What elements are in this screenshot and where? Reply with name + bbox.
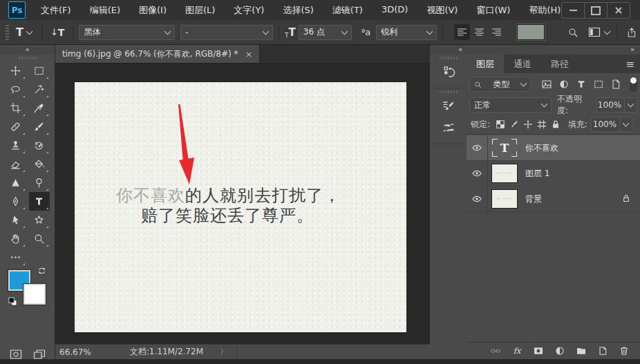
layer-row[interactable]: T你不喜欢 <box>467 135 640 161</box>
tool-lasso[interactable] <box>6 80 26 99</box>
tool-pen[interactable] <box>6 192 26 211</box>
panel-collapse-button[interactable]: » <box>467 45 640 55</box>
link-layers-button[interactable] <box>489 345 502 357</box>
tool-horizontal-type[interactable] <box>29 192 50 211</box>
text-color-swatch[interactable] <box>517 24 545 40</box>
menu-item[interactable]: 3D(D) <box>382 4 408 17</box>
options-grip-handle[interactable] <box>6 25 9 40</box>
tooldock-collapse-button[interactable]: « <box>0 45 55 55</box>
tool-preset-picker[interactable]: T <box>16 26 32 39</box>
align-right-button[interactable] <box>489 24 505 40</box>
panel-menu-icon[interactable]: ≡ <box>625 58 634 70</box>
lock-transparency-button[interactable] <box>493 117 507 131</box>
brush-settings-panel-button[interactable] <box>437 95 460 116</box>
tool-dodge[interactable] <box>29 173 50 192</box>
layer-visibility-toggle[interactable] <box>467 161 488 186</box>
menu-item[interactable]: 窗口(W) <box>476 4 510 17</box>
menu-item[interactable]: 文字(Y) <box>234 4 264 17</box>
tool-crop[interactable] <box>6 99 26 117</box>
tool-rectangular-marquee[interactable] <box>29 61 50 80</box>
text-orientation-button[interactable]: ↓ T <box>50 27 64 38</box>
menu-item[interactable]: 滤镜(T) <box>332 4 363 17</box>
layer-row[interactable]: ~···~图层 1 <box>467 161 640 186</box>
menu-item[interactable]: 编辑(E) <box>90 4 120 17</box>
tab-channels[interactable]: 通道 <box>504 55 541 73</box>
tool-eraser[interactable] <box>6 155 26 173</box>
menu-item[interactable]: 帮助(H) <box>529 4 561 17</box>
align-center-button[interactable] <box>471 24 487 40</box>
filter-smart-objects-button[interactable] <box>607 77 624 92</box>
maximize-button[interactable] <box>585 3 608 18</box>
anti-alias-select[interactable]: 锐利 <box>376 25 437 40</box>
default-colors-icon[interactable] <box>8 297 17 306</box>
canvas[interactable]: 你不喜欢的人就别去打扰了， 赔了笑脸还丢了尊严。 <box>55 63 430 345</box>
new-group-button[interactable] <box>575 345 587 357</box>
layer-filtering-toggle[interactable] <box>630 77 637 92</box>
tool-eyedropper[interactable] <box>29 99 50 117</box>
align-left-button[interactable] <box>454 24 470 40</box>
close-button[interactable] <box>608 3 630 18</box>
tool-spot-healing-brush[interactable] <box>6 117 26 136</box>
minimize-button[interactable] <box>562 3 585 18</box>
screen-mode-button[interactable] <box>33 349 46 360</box>
tooldock-grip[interactable] <box>19 57 37 59</box>
menu-item[interactable]: 图层(L) <box>185 4 215 17</box>
layer-visibility-toggle[interactable] <box>467 186 488 211</box>
minidock-collapse-button[interactable]: « <box>430 45 467 55</box>
tool-magic-wand[interactable] <box>29 80 50 99</box>
zoom-level-field[interactable]: 66.67% <box>59 347 91 357</box>
history-panel-button[interactable] <box>437 61 460 82</box>
new-adjustment-layer-button[interactable] <box>554 345 566 357</box>
workspace-switcher[interactable] <box>588 27 610 37</box>
tab-paths[interactable]: 路径 <box>541 55 578 73</box>
tool-custom-shape[interactable] <box>29 211 50 229</box>
brushes-panel-button[interactable] <box>437 117 460 138</box>
fill-field[interactable]: 100% <box>591 117 620 132</box>
menu-item[interactable]: 选择(S) <box>283 4 313 17</box>
layer-thumbnail[interactable]: ~···~ <box>488 186 521 211</box>
tool-zoom[interactable] <box>29 229 50 248</box>
lock-artboard-button[interactable] <box>535 117 549 131</box>
document-tab[interactable]: timg (6).jpg @ 66.7% (你不喜欢, RGB/8#) * × <box>55 45 260 63</box>
delete-layer-button[interactable] <box>618 345 630 357</box>
opacity-field[interactable]: 100% <box>596 97 625 113</box>
add-layer-mask-button[interactable] <box>532 345 545 357</box>
tool-sharpen[interactable] <box>6 173 26 192</box>
menu-item[interactable]: 文件(F) <box>41 4 71 17</box>
menu-item[interactable]: 视图(V) <box>426 4 458 17</box>
filter-adjustment-layers-button[interactable] <box>555 77 572 92</box>
tool-move[interactable] <box>6 61 26 80</box>
quick-mask-button[interactable] <box>10 349 22 360</box>
search-button[interactable] <box>564 25 581 40</box>
status-expand-icon[interactable]: 〉 <box>220 346 228 358</box>
new-layer-button[interactable] <box>596 345 609 357</box>
blend-mode-select[interactable]: 正常 <box>469 97 552 113</box>
layer-thumbnail[interactable]: T <box>488 135 521 160</box>
lock-position-button[interactable] <box>521 117 535 131</box>
tool-brush[interactable] <box>29 117 50 136</box>
tab-layers[interactable]: 图层 <box>467 55 504 73</box>
tool-more-tools[interactable] <box>6 248 26 267</box>
layer-filter-select[interactable]: 类型 <box>469 77 531 92</box>
font-family-select[interactable]: 黑体 <box>79 25 175 40</box>
tool-hand[interactable] <box>6 229 26 248</box>
share-button[interactable] <box>623 25 640 40</box>
layer-thumbnail[interactable]: ~···~ <box>488 161 521 186</box>
background-color-swatch[interactable] <box>23 284 46 305</box>
swap-colors-icon[interactable] <box>37 266 47 276</box>
filter-type-layers-button[interactable] <box>572 77 590 92</box>
menu-item[interactable]: 图像(I) <box>139 4 167 17</box>
panel-grip[interactable] <box>440 57 458 59</box>
filter-shape-layers-button[interactable] <box>590 77 607 92</box>
tab-close-icon[interactable]: × <box>245 50 253 59</box>
layer-style-button[interactable]: fx <box>511 345 523 357</box>
lock-pixels-button[interactable] <box>507 117 521 131</box>
opacity-dropdown-button[interactable] <box>625 97 637 113</box>
tool-history-brush[interactable] <box>29 136 50 155</box>
layer-row[interactable]: ~···~背景 <box>467 186 640 212</box>
tool-clone-stamp[interactable] <box>6 136 26 155</box>
filter-pixel-layers-button[interactable] <box>538 77 555 92</box>
layer-visibility-toggle[interactable] <box>467 135 488 160</box>
font-size-select[interactable]: 36 点 <box>299 25 352 40</box>
tool-path-selection[interactable] <box>6 211 26 229</box>
